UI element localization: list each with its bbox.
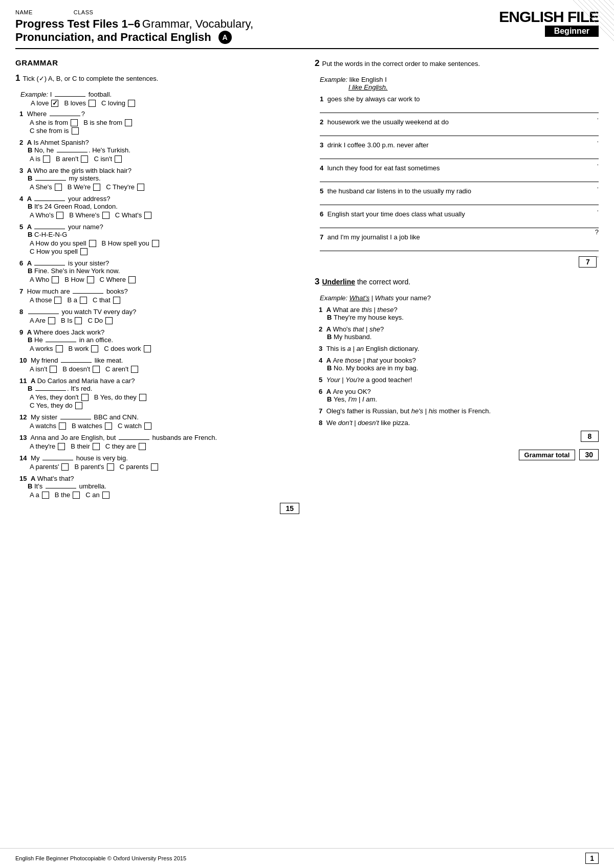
answer-line-1[interactable] xyxy=(320,104,599,113)
cb-15-b[interactable] xyxy=(73,492,80,499)
cb-10-a[interactable] xyxy=(50,366,57,373)
q3-item-8: 8 We don't | doesn't like pizza. xyxy=(315,419,599,427)
cb-7-a[interactable] xyxy=(54,297,61,304)
q2-item-4: 4 lunch they food for eat fast sometimes… xyxy=(315,164,599,182)
q1-10-options: A isn't B doesn't C aren't xyxy=(30,365,299,373)
q1-2-options: A is B aren't C isn't xyxy=(30,155,299,163)
cb-8-b[interactable] xyxy=(75,317,82,324)
q1-14-options: A parents' B parent's C parents xyxy=(30,463,299,471)
cb-13-b[interactable] xyxy=(93,443,100,450)
cb-9-b[interactable] xyxy=(91,345,98,352)
cb-2-b[interactable] xyxy=(81,155,88,163)
q1-5-options: A How do you spell B How spell you xyxy=(30,239,299,247)
option-c-loving: C loving xyxy=(101,99,136,107)
q1-13-options: A they're B their C they are xyxy=(30,442,299,450)
title-bold2: Pronunciation, and Practical English xyxy=(15,31,211,44)
cb-10-c[interactable] xyxy=(131,366,138,373)
cb-6-b[interactable] xyxy=(87,276,94,283)
page-header: NAME CLASS Progress Test Files 1–6 Gramm… xyxy=(0,0,614,44)
cb-5-a[interactable] xyxy=(89,240,96,247)
q1-item-1: 1 Where ? A she is from B is she from C … xyxy=(15,110,299,135)
cb-8-c[interactable] xyxy=(105,317,113,324)
q1-8-options: A Are B Is C Do xyxy=(30,317,299,324)
q1-3-options: A She's B We're C They're xyxy=(30,183,299,191)
cb-11-a[interactable] xyxy=(81,394,89,401)
cb-13-c[interactable] xyxy=(139,443,146,450)
q1-5-options2: C How you spell xyxy=(30,248,299,255)
cb-6-c[interactable] xyxy=(128,276,136,283)
q2-score: 7 xyxy=(579,256,597,268)
footer-copyright: English File Beginner Photocopiable © Ox… xyxy=(15,855,186,861)
title-bold: Progress Test Files 1–6 xyxy=(15,17,140,30)
q1-item-3: 3 A Who are the girls with black hair? B… xyxy=(15,167,299,191)
cb-3-a[interactable] xyxy=(55,184,62,191)
answer-line-2[interactable] xyxy=(320,127,599,136)
q1-7-options: A those B a C that xyxy=(30,296,299,304)
cb-3-c[interactable] xyxy=(137,184,144,191)
q1-item-15: 15 A What's that? B It's umbrella. A a B… xyxy=(15,475,299,499)
cb-2-a[interactable] xyxy=(43,155,50,163)
answer-line-6[interactable] xyxy=(320,219,599,228)
cb-5-c[interactable] xyxy=(80,248,87,255)
title-line2: Pronunciation, and Practical English A xyxy=(15,31,486,44)
q2-item-5: 5 the husband car listens in to the usua… xyxy=(315,187,599,205)
cb-4-b[interactable] xyxy=(102,212,109,219)
cb-2-c[interactable] xyxy=(115,155,122,163)
cb-12-b[interactable] xyxy=(105,422,112,430)
cb-15-c[interactable] xyxy=(102,492,109,499)
right-column: 2 Put the words in the correct order to … xyxy=(315,58,599,521)
cb-3-b[interactable] xyxy=(93,184,100,191)
q2-example: Example: like English I I like English. xyxy=(320,76,599,91)
cb-9-c[interactable] xyxy=(144,345,151,352)
answer-line-4[interactable] xyxy=(320,173,599,182)
q2-number: 2 xyxy=(315,58,319,69)
cb-13-a[interactable] xyxy=(58,443,65,450)
answer-line-7[interactable] xyxy=(320,242,599,251)
q3-item-4: 4 A Are those | that your books? B No. M… xyxy=(315,357,599,372)
q3-item-1: 1 A What are this | these? B They're my … xyxy=(315,306,599,321)
example-text: I football. xyxy=(50,91,112,98)
q3-item-7: 7 Oleg's father is Russian, but he's | h… xyxy=(315,407,599,415)
cb-4-a[interactable] xyxy=(56,212,63,219)
svg-line-2 xyxy=(594,0,614,20)
cb-7-c[interactable] xyxy=(113,297,120,304)
checkbox-c-loving[interactable] xyxy=(128,100,135,107)
svg-line-1 xyxy=(588,0,614,26)
answer-line-3[interactable] xyxy=(320,150,599,159)
cb-10-b[interactable] xyxy=(93,366,100,373)
q3-item-5: 5 Your | You're a good teacher! xyxy=(315,376,599,384)
cb-1-a[interactable] xyxy=(71,119,78,126)
cb-1-b[interactable] xyxy=(125,119,132,126)
grammar-total-row: Grammar total 30 xyxy=(315,449,599,460)
cb-14-a[interactable] xyxy=(61,463,69,471)
cb-11-c[interactable] xyxy=(75,402,82,409)
cb-5-b[interactable] xyxy=(152,240,159,247)
cb-9-a[interactable] xyxy=(56,345,63,352)
svg-line-6 xyxy=(578,0,614,36)
cb-7-b[interactable] xyxy=(80,297,87,304)
checkbox-a-love[interactable] xyxy=(51,100,58,107)
cb-12-c[interactable] xyxy=(144,422,151,430)
svg-line-0 xyxy=(583,0,614,31)
cb-14-c[interactable] xyxy=(151,463,158,471)
q1-example: Example: I football. A love B loves C lo… xyxy=(20,91,299,107)
cb-6-a[interactable] xyxy=(52,276,59,283)
q3-score-box: 8 xyxy=(315,431,599,442)
q1-score: 15 xyxy=(280,503,299,514)
svg-line-5 xyxy=(609,0,614,5)
checkbox-b-loves[interactable] xyxy=(89,100,96,107)
answer-line-5[interactable] xyxy=(320,196,599,205)
q1-block: 1 Tick (✓) A, B, or C to complete the se… xyxy=(15,73,299,514)
cb-14-b[interactable] xyxy=(107,463,114,471)
page-footer: English File Beginner Photocopiable © Ox… xyxy=(0,848,614,868)
cb-12-a[interactable] xyxy=(59,422,66,430)
q2-item-3: 3 drink I coffee 3.00 p.m. never after . xyxy=(315,141,599,159)
option-a-love: A love xyxy=(31,99,59,107)
cb-8-a[interactable] xyxy=(48,317,55,324)
q3-header-row: 3 Underline the correct word. xyxy=(315,277,599,291)
class-label: CLASS xyxy=(74,9,94,15)
cb-15-a[interactable] xyxy=(42,492,49,499)
cb-11-b[interactable] xyxy=(139,394,146,401)
cb-1-c[interactable] xyxy=(72,127,79,135)
cb-4-c[interactable] xyxy=(144,212,151,219)
